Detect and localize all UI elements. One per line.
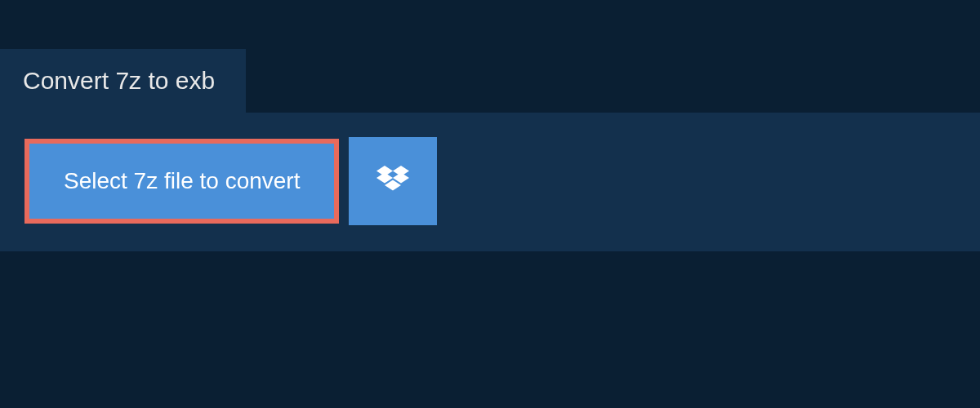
select-button-highlight: Select 7z file to convert (24, 139, 339, 224)
tab-title: Convert 7z to exb (23, 67, 215, 94)
dropbox-button[interactable] (349, 137, 437, 225)
tab-container: Convert 7z to exb (0, 49, 980, 113)
upload-panel: Select 7z file to convert (0, 113, 980, 251)
dropbox-icon (376, 166, 409, 197)
tab-convert[interactable]: Convert 7z to exb (0, 49, 246, 113)
select-file-label: Select 7z file to convert (64, 168, 300, 193)
select-file-button[interactable]: Select 7z file to convert (29, 144, 334, 219)
